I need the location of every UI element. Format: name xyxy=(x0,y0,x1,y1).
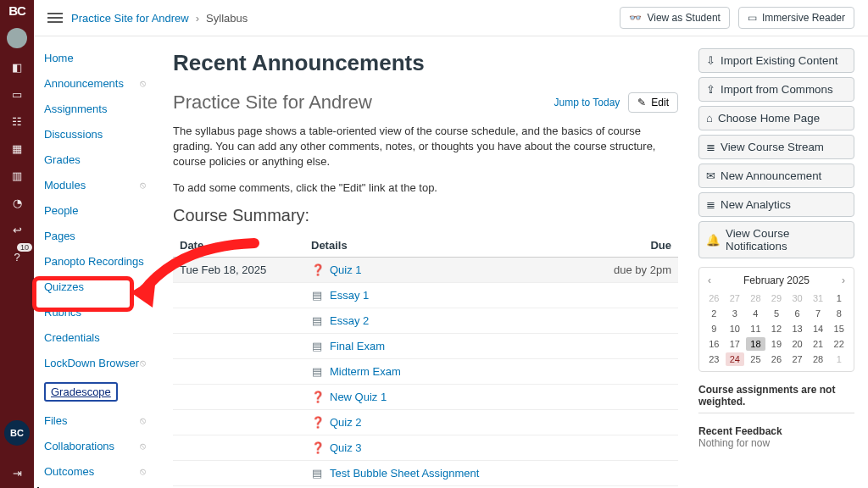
nav-item-files[interactable]: Files⦸ xyxy=(44,411,153,430)
dashboard-icon[interactable]: ◧ xyxy=(8,58,25,75)
nav-link[interactable]: Discussions xyxy=(44,128,103,141)
col-date[interactable]: Date xyxy=(173,234,304,258)
assignment-link[interactable]: Quiz 3 xyxy=(330,441,362,454)
nav-item-collaborations[interactable]: Collaborations⦸ xyxy=(44,436,153,456)
hamburger-icon[interactable] xyxy=(47,13,63,23)
col-due[interactable]: Due xyxy=(602,234,678,258)
collapse-rail-icon[interactable]: ⇥ xyxy=(8,464,25,481)
cal-day[interactable]: 22 xyxy=(829,337,849,351)
cal-day[interactable]: 18 xyxy=(746,337,765,351)
cal-day[interactable]: 19 xyxy=(767,337,787,351)
cal-day[interactable]: 17 xyxy=(726,337,745,351)
sidebar-button-import-existing-content[interactable]: ⇩Import Existing Content xyxy=(698,48,854,73)
nav-item-rubrics[interactable]: Rubrics xyxy=(44,302,153,322)
nav-link[interactable]: LockDown Browser xyxy=(44,357,139,369)
cal-day[interactable]: 4 xyxy=(746,307,765,320)
cal-next-icon[interactable]: › xyxy=(842,274,845,286)
nav-link[interactable]: Assignments xyxy=(44,103,107,115)
nav-link[interactable]: Gradescope xyxy=(51,385,111,398)
col-details[interactable]: Details xyxy=(304,234,602,258)
nav-link[interactable]: Panopto Recordings xyxy=(44,255,144,268)
cal-day[interactable]: 23 xyxy=(704,352,724,366)
cal-day[interactable]: 8 xyxy=(829,307,849,320)
assignment-link[interactable]: Essay 1 xyxy=(330,289,369,302)
sidebar-button-view-course-notifications[interactable]: 🔔View Course Notifications xyxy=(698,221,854,258)
nav-item-grades[interactable]: Grades xyxy=(44,150,153,169)
inbox-icon[interactable]: ▥ xyxy=(8,167,25,184)
assignment-link[interactable]: Essay 2 xyxy=(330,314,369,327)
nav-link[interactable]: Pages xyxy=(44,230,75,242)
bc-circle-icon[interactable]: BC xyxy=(4,420,30,446)
assignment-link[interactable]: Final Exam xyxy=(330,340,385,352)
nav-link[interactable]: People xyxy=(44,204,78,217)
nav-link[interactable]: Quizzes xyxy=(44,280,84,293)
cal-day[interactable]: 26 xyxy=(767,352,787,366)
nav-item-pages[interactable]: Pages xyxy=(44,226,153,246)
calendar-icon[interactable]: ▦ xyxy=(8,140,25,157)
cal-day[interactable]: 3 xyxy=(726,307,745,320)
cal-day[interactable]: 30 xyxy=(787,291,807,305)
sidebar-button-view-course-stream[interactable]: ≣View Course Stream xyxy=(698,135,854,159)
assignment-link[interactable]: Quiz 2 xyxy=(330,416,362,429)
assignment-link[interactable]: Midterm Exam xyxy=(330,365,401,378)
cal-day[interactable]: 15 xyxy=(829,322,849,336)
nav-item-modules[interactable]: Modules⦸ xyxy=(44,175,153,195)
nav-link[interactable]: Credentials xyxy=(44,331,100,344)
cal-day[interactable]: 5 xyxy=(767,307,787,320)
cal-prev-icon[interactable]: ‹ xyxy=(708,274,711,286)
nav-link[interactable]: Modules xyxy=(44,179,86,191)
edit-button[interactable]: ✎ Edit xyxy=(628,92,678,113)
nav-link[interactable]: Rubrics xyxy=(44,306,81,319)
help-icon[interactable]: ? 10 xyxy=(8,248,25,265)
nav-link[interactable]: Files xyxy=(44,414,67,427)
view-as-student-button[interactable]: 👓 View as Student xyxy=(620,7,730,29)
breadcrumb-course-link[interactable]: Practice Site for Andrew xyxy=(71,12,189,25)
assignment-link[interactable]: Test Bubble Sheet Assignment xyxy=(330,467,479,480)
nav-item-discussions[interactable]: Discussions xyxy=(44,125,153,144)
cal-day[interactable]: 21 xyxy=(809,337,828,351)
nav-link[interactable]: Announcements xyxy=(44,77,124,90)
cal-day[interactable]: 28 xyxy=(746,291,765,305)
assignment-link[interactable]: New Quiz 1 xyxy=(330,391,387,403)
groups-icon[interactable]: ☷ xyxy=(8,113,25,130)
cal-day[interactable]: 20 xyxy=(787,337,807,351)
cal-day[interactable]: 14 xyxy=(809,322,828,336)
cal-day[interactable]: 6 xyxy=(787,307,807,320)
cal-day[interactable]: 28 xyxy=(809,352,828,366)
nav-item-lockdown-browser[interactable]: LockDown Browser⦸ xyxy=(44,353,153,373)
nav-item-outcomes[interactable]: Outcomes⦸ xyxy=(44,462,153,481)
cal-day[interactable]: 25 xyxy=(746,352,765,366)
courses-icon[interactable]: ▭ xyxy=(8,86,25,103)
nav-item-announcements[interactable]: Announcements⦸ xyxy=(44,74,153,93)
nav-item-people[interactable]: People xyxy=(44,201,153,220)
assignment-link[interactable]: Quiz 1 xyxy=(330,263,362,276)
nav-link[interactable]: Grades xyxy=(44,153,81,166)
cal-day[interactable]: 16 xyxy=(704,337,724,351)
cal-day[interactable]: 1 xyxy=(829,352,849,366)
cal-day[interactable]: 12 xyxy=(767,322,787,336)
nav-item-home[interactable]: Home xyxy=(44,48,153,68)
immersive-reader-button[interactable]: ▭ Immersive Reader xyxy=(738,7,854,29)
jump-to-today-link[interactable]: Jump to Today xyxy=(554,97,620,108)
sidebar-button-new-analytics[interactable]: ≣New Analytics xyxy=(698,192,854,217)
cal-day[interactable]: 27 xyxy=(726,291,745,305)
cal-day[interactable]: 31 xyxy=(809,291,828,305)
cal-day[interactable]: 26 xyxy=(704,291,724,305)
sidebar-button-choose-home-page[interactable]: ⌂Choose Home Page xyxy=(698,106,854,130)
cal-day[interactable]: 27 xyxy=(787,352,807,366)
nav-item-panopto-recordings[interactable]: Panopto Recordings xyxy=(44,252,153,271)
cal-day[interactable]: 1 xyxy=(829,291,849,305)
cal-day[interactable]: 10 xyxy=(726,322,745,336)
cal-day[interactable]: 24 xyxy=(726,352,745,366)
nav-link[interactable]: Outcomes xyxy=(44,465,94,478)
nav-item-gradescope[interactable]: Gradescope xyxy=(44,379,153,405)
nav-link[interactable]: Home xyxy=(44,52,74,64)
commons-icon[interactable]: ↩ xyxy=(8,221,25,238)
nav-item-credentials[interactable]: Credentials xyxy=(44,328,153,347)
cal-day[interactable]: 11 xyxy=(746,322,765,336)
cal-day[interactable]: 29 xyxy=(767,291,787,305)
history-icon[interactable]: ◔ xyxy=(8,194,25,211)
nav-link[interactable]: Collaborations xyxy=(44,440,114,452)
nav-item-quizzes[interactable]: Quizzes⦸ xyxy=(44,277,153,297)
sidebar-button-import-from-commons[interactable]: ⇪Import from Commons xyxy=(698,77,854,102)
